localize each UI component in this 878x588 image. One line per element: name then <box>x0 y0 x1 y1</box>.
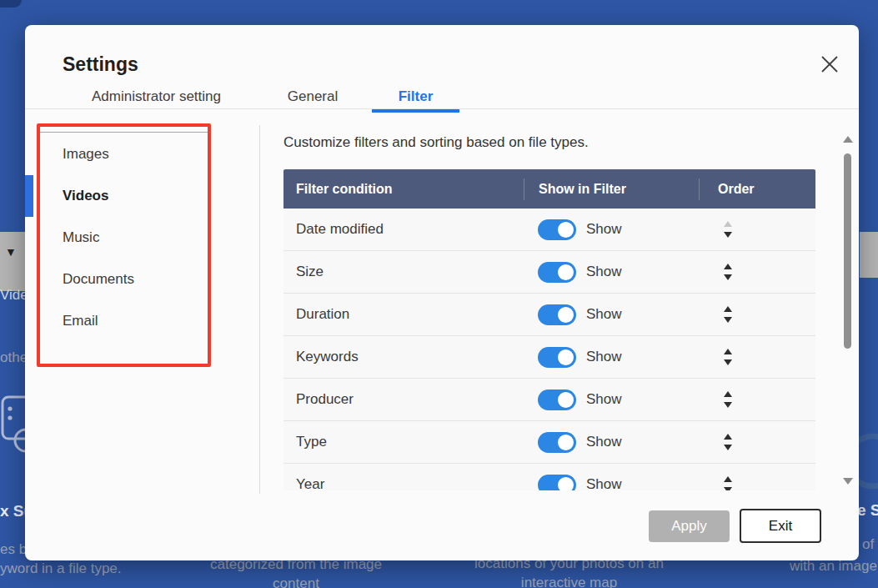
table-header: Filter condition Show in Filter Order <box>283 169 815 209</box>
background-toolbar-band <box>860 232 878 278</box>
toggle-state-label: Show <box>586 221 622 238</box>
apply-button[interactable]: Apply <box>649 510 730 542</box>
filter-condition-label: Producer <box>283 391 524 408</box>
order-controls <box>722 476 733 490</box>
order-down-icon[interactable] <box>724 487 732 490</box>
order-controls <box>722 306 733 323</box>
background-text-other: othe <box>0 349 28 366</box>
tab-bar: Administrator setting General Filter <box>25 88 859 109</box>
order-down-icon[interactable] <box>724 402 732 408</box>
table-body: Date modified Show <box>283 209 815 490</box>
show-toggle[interactable] <box>538 304 576 325</box>
order-down-icon[interactable] <box>724 232 732 238</box>
exit-button[interactable]: Exit <box>740 509 821 543</box>
tab[interactable]: Administrator setting <box>88 88 225 108</box>
sidebar-item[interactable]: Videos <box>25 175 258 217</box>
order-up-icon[interactable] <box>724 221 732 227</box>
show-toggle[interactable] <box>538 389 576 410</box>
sidebar-item[interactable]: Images <box>25 133 258 175</box>
column-order: Order <box>699 178 815 200</box>
show-toggle[interactable] <box>538 475 576 491</box>
order-up-icon[interactable] <box>724 434 732 440</box>
toggle-knob <box>556 433 575 452</box>
background-text-video: Vide <box>0 287 28 304</box>
toggle-knob <box>556 263 575 282</box>
table-row: Producer Show <box>283 379 815 421</box>
close-icon[interactable] <box>819 53 840 75</box>
show-toggle[interactable] <box>538 432 576 453</box>
filter-condition-label: Keywords <box>283 349 524 365</box>
dropdown-caret-icon: ▼ <box>5 245 17 259</box>
active-tab-underline <box>372 109 459 113</box>
tab-label: Administrator setting <box>92 88 221 104</box>
sidebar-item[interactable]: Email <box>25 300 258 342</box>
tab[interactable]: General <box>275 88 350 108</box>
background-corner-shape <box>0 0 22 8</box>
table-row: Size Show <box>283 251 815 294</box>
filter-condition-label: Size <box>283 264 524 280</box>
background-text-content: content <box>200 575 392 588</box>
order-controls <box>722 391 733 408</box>
sidebar-item[interactable]: Music <box>25 217 258 259</box>
show-toggle[interactable] <box>538 347 576 368</box>
scrollbar-up-icon[interactable] <box>843 136 853 143</box>
order-up-icon[interactable] <box>724 306 732 312</box>
order-down-icon[interactable] <box>724 274 732 280</box>
column-filter-condition: Filter condition <box>283 182 524 197</box>
toggle-knob <box>556 220 575 239</box>
scrollbar-down-icon[interactable] <box>843 478 853 485</box>
filter-condition-label: Duration <box>283 306 524 323</box>
sidebar-panel-border <box>38 132 210 133</box>
toggle-state-label: Show <box>586 434 622 450</box>
filter-condition-label: Year <box>283 476 524 490</box>
order-down-icon[interactable] <box>724 359 732 365</box>
toggle-knob <box>556 348 575 367</box>
toggle-knob <box>556 305 575 324</box>
order-down-icon[interactable] <box>724 445 732 450</box>
order-down-icon[interactable] <box>724 317 732 323</box>
tab[interactable]: Filter <box>372 88 459 108</box>
toggle-knob <box>556 390 575 410</box>
sidebar-item-label: Images <box>63 146 109 162</box>
background-text-keyword: yword in a file type. <box>0 560 122 577</box>
sidebar-item[interactable]: Documents <box>25 259 258 300</box>
filter-description: Customize filters and sorting based on f… <box>283 134 589 151</box>
background-text-map: interactive map <box>450 575 688 588</box>
table-row: Year Show <box>283 464 815 490</box>
toggle-state-label: Show <box>586 476 622 490</box>
toggle-state-label: Show <box>586 306 622 323</box>
tab-label: Filter <box>399 88 434 104</box>
sidebar-item-label: Videos <box>63 188 108 204</box>
table-row: Keywords Show <box>283 336 815 379</box>
background-text-with-image: with an image <box>790 558 877 575</box>
toggle-state-label: Show <box>586 264 622 280</box>
page-title: Settings <box>63 53 138 76</box>
table-row: Duration Show <box>283 294 815 336</box>
order-up-icon[interactable] <box>724 476 732 482</box>
background-text-esb: es b <box>0 541 27 558</box>
order-controls <box>722 434 733 450</box>
order-controls <box>722 221 733 238</box>
table-row: Date modified Show <box>283 209 815 251</box>
toggle-knob <box>556 475 575 491</box>
order-up-icon[interactable] <box>724 349 732 354</box>
column-show-in-filter: Show in Filter <box>524 178 699 200</box>
order-up-icon[interactable] <box>724 264 732 269</box>
sidebar-item-label: Documents <box>63 271 134 287</box>
toggle-state-label: Show <box>586 349 622 365</box>
filter-table: Filter condition Show in Filter Order Da… <box>283 169 815 490</box>
order-up-icon[interactable] <box>724 391 732 397</box>
table-row: Type Show <box>283 421 815 464</box>
settings-dialog: Settings Administrator setting General F… <box>25 25 859 560</box>
show-toggle[interactable] <box>538 219 576 240</box>
filter-condition-label: Type <box>283 434 524 450</box>
order-controls <box>722 349 733 365</box>
sidebar-divider <box>259 125 260 494</box>
file-type-sidebar: Images Videos Music Documents Email <box>25 133 258 342</box>
show-toggle[interactable] <box>538 262 576 283</box>
toggle-state-label: Show <box>586 391 622 408</box>
sidebar-item-label: Music <box>63 229 99 245</box>
tab-label: General <box>288 88 338 104</box>
filter-condition-label: Date modified <box>283 221 524 238</box>
scrollbar-thumb[interactable] <box>844 153 851 349</box>
